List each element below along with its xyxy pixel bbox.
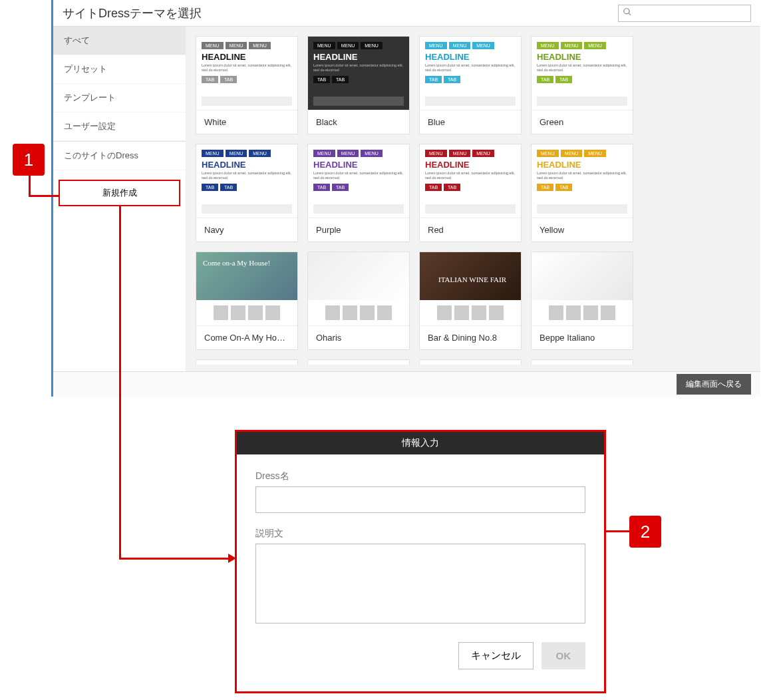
preview-tab-row: TABTAB bbox=[313, 184, 404, 191]
preview-menu-chip: MENU bbox=[361, 150, 383, 157]
callout-2: 2 bbox=[629, 516, 661, 548]
callout-1: 1 bbox=[13, 144, 45, 176]
theme-preview: MENUMENUMENUHEADLINELorem ipsum dolor si… bbox=[532, 144, 633, 218]
preview-menu-row: MENUMENUMENU bbox=[313, 42, 404, 49]
dress-name-label: Dress名 bbox=[255, 470, 585, 482]
theme-label: Black bbox=[308, 110, 409, 134]
preview-tab-row: TABTAB bbox=[537, 76, 627, 83]
preview-thumb bbox=[549, 305, 563, 320]
app-body: すべて プリセット テンプレート ユーザー設定 このサイトのDress 新規作成… bbox=[53, 27, 760, 371]
theme-preview: MENUMENUMENUHEADLINELorem ipsum dolor si… bbox=[420, 37, 521, 110]
theme-card[interactable]: MENUMENUMENUHEADLINELorem ipsum dolor si… bbox=[196, 144, 298, 242]
preview-tab-chip: TAB bbox=[220, 76, 237, 83]
theme-preview: MENUMENUMENUHEADLINELorem ipsum dolor si… bbox=[308, 144, 409, 218]
preview-tab-chip: TAB bbox=[332, 76, 349, 83]
theme-label: Come On-A My Ho… bbox=[196, 325, 297, 349]
create-button-label: 新規作成 bbox=[102, 188, 137, 198]
dress-name-input[interactable] bbox=[255, 486, 585, 513]
preview-menu-row: MENUMENUMENU bbox=[537, 42, 627, 49]
theme-preview bbox=[308, 252, 409, 325]
preview-thumb-row bbox=[532, 300, 633, 325]
dialog-body: Dress名 説明文 bbox=[237, 454, 604, 642]
theme-card[interactable]: MENUMENUMENUHEADLINELorem ipsum dolor si… bbox=[196, 36, 298, 134]
preview-menu-chip: MENU bbox=[425, 150, 447, 157]
theme-card[interactable]: MENUMENUMENUHEADLINELorem ipsum dolor si… bbox=[419, 36, 522, 134]
search-input[interactable] bbox=[635, 9, 746, 18]
desc-textarea[interactable] bbox=[255, 544, 585, 623]
preview-headline: HEADLINE bbox=[313, 160, 404, 170]
sidebar-item-label: ユーザー設定 bbox=[64, 121, 116, 131]
app-footer: 編集画面へ戻る bbox=[53, 371, 760, 397]
sidebar-item-site-dress[interactable]: このサイトのDress bbox=[53, 142, 186, 170]
theme-card-partial bbox=[419, 359, 522, 365]
preview-tab-chip: TAB bbox=[332, 184, 349, 191]
preview-menu-chip: MENU bbox=[561, 150, 583, 157]
connector-line bbox=[119, 206, 121, 559]
theme-card[interactable]: ITALIAN WINE FAIRBar & Dining No.8 bbox=[419, 252, 522, 350]
preview-thumb bbox=[214, 305, 228, 320]
preview-image: ITALIAN WINE FAIR bbox=[420, 252, 521, 300]
theme-card[interactable]: Come on-a My House!Come On-A My Ho… bbox=[196, 252, 298, 350]
preview-headline: HEADLINE bbox=[202, 52, 292, 62]
preview-thumb bbox=[583, 305, 598, 320]
preview-menu-row: MENUMENUMENU bbox=[313, 150, 404, 157]
preview-menu-chip: MENU bbox=[449, 42, 471, 49]
preview-lorem: Lorem ipsum dolor sit amet, consectetur … bbox=[537, 171, 627, 180]
theme-card[interactable]: MENUMENUMENUHEADLINELorem ipsum dolor si… bbox=[419, 144, 522, 242]
theme-preview: Come on-a My House! bbox=[196, 252, 297, 325]
ok-button[interactable]: OK bbox=[542, 642, 586, 669]
preview-menu-chip: MENU bbox=[537, 42, 559, 49]
preview-image bbox=[308, 252, 409, 300]
cancel-button[interactable]: キャンセル bbox=[458, 642, 534, 669]
search-box[interactable] bbox=[618, 5, 751, 22]
theme-label: Bar & Dining No.8 bbox=[420, 325, 521, 349]
preview-thumb bbox=[489, 305, 504, 320]
theme-card[interactable]: Oharis bbox=[307, 252, 410, 350]
sidebar-item-preset[interactable]: プリセット bbox=[53, 55, 186, 84]
preview-bottom-bar bbox=[202, 204, 292, 214]
preview-thumb bbox=[325, 305, 340, 320]
cancel-button-label: キャンセル bbox=[471, 649, 521, 661]
preview-lorem: Lorem ipsum dolor sit amet, consectetur … bbox=[313, 171, 404, 180]
preview-tab-chip: TAB bbox=[555, 184, 572, 191]
sidebar-item-all[interactable]: すべて bbox=[53, 27, 186, 55]
preview-tab-chip: TAB bbox=[202, 184, 218, 191]
preview-thumb bbox=[472, 305, 486, 320]
preview-tab-row: TABTAB bbox=[202, 184, 292, 191]
preview-tab-chip: TAB bbox=[555, 76, 572, 83]
preview-menu-row: MENUMENUMENU bbox=[425, 150, 516, 157]
theme-label: Green bbox=[532, 110, 633, 134]
sidebar-item-user[interactable]: ユーザー設定 bbox=[53, 112, 186, 141]
theme-card[interactable]: MENUMENUMENUHEADLINELorem ipsum dolor si… bbox=[307, 36, 410, 134]
preview-tab-chip: TAB bbox=[537, 76, 553, 83]
desc-label: 説明文 bbox=[255, 528, 585, 540]
preview-bottom-bar bbox=[537, 204, 627, 214]
theme-card[interactable]: MENUMENUMENUHEADLINELorem ipsum dolor si… bbox=[531, 36, 633, 134]
sidebar-item-template[interactable]: テンプレート bbox=[53, 84, 186, 112]
preview-headline: HEADLINE bbox=[537, 52, 627, 62]
theme-card[interactable]: Beppe Italiano bbox=[531, 252, 633, 350]
connector-line bbox=[29, 195, 60, 197]
preview-menu-chip: MENU bbox=[337, 150, 359, 157]
create-button[interactable]: 新規作成 bbox=[59, 180, 180, 206]
theme-preview: MENUMENUMENUHEADLINELorem ipsum dolor si… bbox=[308, 37, 409, 110]
theme-label: Yellow bbox=[532, 218, 633, 242]
preview-thumb bbox=[601, 305, 615, 320]
preview-tab-row: TABTAB bbox=[537, 184, 627, 191]
preview-lorem: Lorem ipsum dolor sit amet, consectetur … bbox=[425, 171, 516, 180]
preview-menu-chip: MENU bbox=[313, 42, 335, 49]
preview-headline: HEADLINE bbox=[202, 160, 292, 170]
theme-label: Navy bbox=[196, 218, 297, 242]
preview-lorem: Lorem ipsum dolor sit amet, consectetur … bbox=[202, 63, 292, 73]
preview-menu-chip: MENU bbox=[202, 42, 224, 49]
preview-bottom-bar bbox=[425, 204, 516, 214]
theme-label: White bbox=[196, 110, 297, 134]
theme-card-partial bbox=[307, 359, 410, 365]
sidebar-item-label: このサイトのDress bbox=[64, 150, 138, 160]
preview-script-text: Come on-a My House! bbox=[203, 259, 270, 267]
preview-menu-chip: MENU bbox=[449, 150, 471, 157]
theme-card[interactable]: MENUMENUMENUHEADLINELorem ipsum dolor si… bbox=[531, 144, 633, 242]
back-button[interactable]: 編集画面へ戻る bbox=[677, 374, 751, 395]
ok-button-label: OK bbox=[556, 650, 571, 661]
theme-card[interactable]: MENUMENUMENUHEADLINELorem ipsum dolor si… bbox=[307, 144, 410, 242]
